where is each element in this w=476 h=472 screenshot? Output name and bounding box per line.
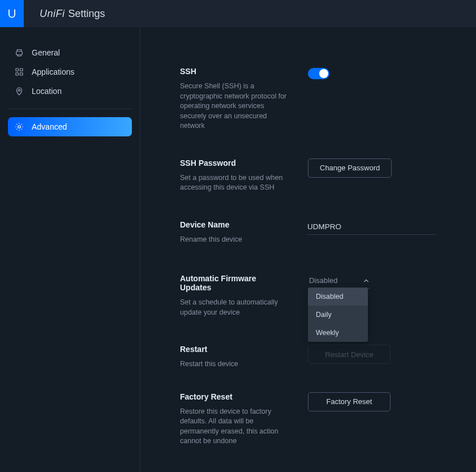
grid-icon (14, 66, 25, 78)
sidebar-item-label: Advanced (32, 122, 67, 131)
svg-point-6 (18, 126, 21, 128)
devname-title: Device Name (180, 220, 286, 229)
device-name-input[interactable] (306, 220, 436, 235)
sidebar-item-applications[interactable]: Applications (8, 62, 132, 81)
ssh-desc: Secure Shell (SSH) is a cryptographic ne… (180, 81, 288, 131)
sidebar-item-general[interactable]: General (8, 43, 132, 62)
sshpw-title: SSH Password (180, 158, 288, 168)
brand-logo[interactable] (0, 0, 24, 27)
svg-rect-3 (16, 73, 19, 76)
sidebar-item-label: Location (32, 87, 62, 96)
restart-title: Restart (180, 345, 288, 354)
brand-section: Settings (68, 8, 105, 20)
sidebar-item-label: General (32, 48, 60, 57)
dropdown-menu: Disabled Daily Weekly (308, 288, 368, 342)
setting-ssh-password: SSH Password Set a password to be used w… (180, 158, 436, 193)
dropdown-option-disabled[interactable]: Disabled (308, 288, 368, 306)
factory-title: Factory Reset (180, 392, 288, 401)
main-content: SSH Secure Shell (SSH) is a cryptographi… (140, 27, 476, 472)
dropdown-selected-label: Disabled (309, 276, 338, 285)
sidebar: General Applications (0, 27, 140, 472)
chevron-up-icon (363, 278, 369, 284)
topbar: UniFi Settings (0, 0, 476, 27)
sshpw-desc: Set a password to be used when accessing… (180, 173, 288, 193)
fw-desc: Set a schedule to automatically update y… (180, 298, 288, 317)
svg-rect-1 (16, 68, 19, 71)
setting-restart: Restart Restart this device Restart Devi… (180, 345, 436, 370)
sidebar-item-label: Applications (32, 67, 75, 76)
gear-icon (14, 121, 25, 132)
restart-desc: Restart this device (180, 359, 288, 370)
sidebar-item-advanced[interactable]: Advanced (8, 117, 132, 136)
setting-firmware-updates: Automatic Firmware Updates Set a schedul… (180, 274, 436, 317)
ssh-toggle[interactable] (308, 68, 329, 79)
location-pin-icon (14, 85, 25, 97)
unifi-logo-icon (6, 7, 18, 20)
dropdown-selected[interactable]: Disabled (308, 274, 370, 289)
svg-point-5 (18, 89, 20, 91)
printer-icon (14, 47, 25, 58)
restart-device-button[interactable]: Restart Device (308, 345, 391, 364)
change-password-button[interactable]: Change Password (308, 158, 392, 178)
brand-title: UniFi Settings (40, 8, 105, 20)
fw-title: Automatic Firmware Updates (180, 274, 288, 292)
setting-device-name: Device Name Rename this device (180, 220, 436, 245)
ssh-title: SSH (180, 67, 288, 76)
sidebar-item-location[interactable]: Location (8, 81, 132, 101)
brand-product: UniFi (40, 8, 65, 20)
factory-desc: Restore this device to factory defaults.… (180, 407, 288, 447)
svg-rect-0 (16, 52, 23, 55)
dropdown-option-weekly[interactable]: Weekly (308, 324, 368, 342)
firmware-schedule-dropdown[interactable]: Disabled Disabled Daily Weekly (308, 274, 370, 289)
toggle-knob (319, 69, 328, 78)
devname-desc: Rename this device (180, 235, 286, 245)
setting-ssh: SSH Secure Shell (SSH) is a cryptographi… (180, 67, 436, 131)
factory-reset-button[interactable]: Factory Reset (308, 392, 391, 411)
svg-rect-4 (20, 73, 23, 76)
setting-factory-reset: Factory Reset Restore this device to fac… (180, 392, 436, 447)
dropdown-option-daily[interactable]: Daily (308, 306, 368, 324)
svg-rect-2 (20, 68, 23, 71)
